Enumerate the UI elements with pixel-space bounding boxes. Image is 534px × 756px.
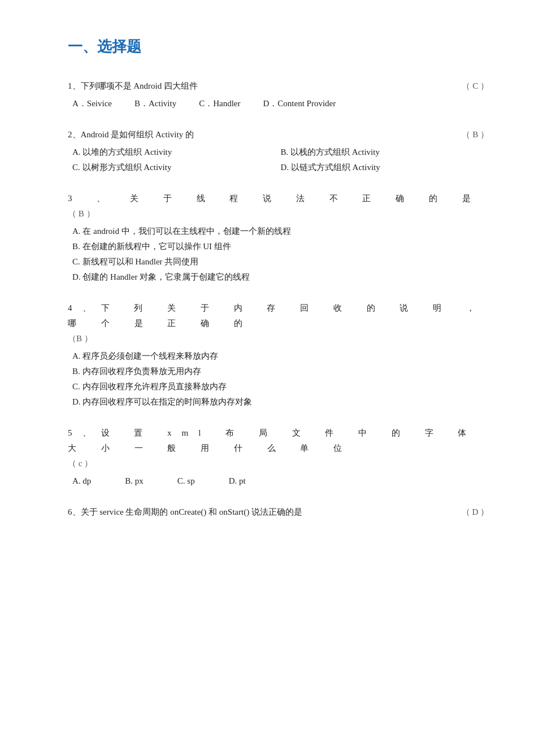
q4-answer-row: （B ） xyxy=(68,331,489,346)
question-2: 2、Android 是如何组织 Activity 的 （ B ） A. 以堆的方… xyxy=(68,127,489,175)
q6-text: 6、关于 service 生命周期的 onCreate() 和 onStart(… xyxy=(68,505,302,520)
question-6: 6、关于 service 生命周期的 onCreate() 和 onStart(… xyxy=(68,505,489,520)
q3-options: A. 在 android 中，我们可以在主线程中，创建一个新的线程 B. 在创建… xyxy=(72,224,489,285)
question-5: 5、设 置 xml 布 局 文 件 中 的 字 体 大 小 一 般 用 什 么 … xyxy=(68,425,489,489)
q5-row: 5、设 置 xml 布 局 文 件 中 的 字 体 大 小 一 般 用 什 么 … xyxy=(68,425,489,456)
q2-option-d: D. 以链式方式组织 Activity xyxy=(281,160,489,175)
q5-option-b: B. px xyxy=(125,473,144,489)
q2-text: 2、Android 是如何组织 Activity 的 xyxy=(68,127,194,142)
q2-answer: （ B ） xyxy=(462,127,489,142)
q6-row: 6、关于 service 生命周期的 onCreate() 和 onStart(… xyxy=(68,505,489,520)
q5-option-d: D. pt xyxy=(229,473,246,489)
q5-answer: （ c ） xyxy=(68,459,93,468)
q1-row: 1、下列哪项不是 Android 四大组件 （ C ） xyxy=(68,79,489,94)
section-title: 一、选择题 xyxy=(68,34,489,60)
q3-option-c: C. 新线程可以和 Handler 共同使用 xyxy=(72,254,489,270)
question-3: 3 、 关 于 线 程 说 法 不 正 确 的 是 （ B ） A. 在 and… xyxy=(68,191,489,285)
q6-answer: （ D ） xyxy=(462,505,489,520)
q2-option-c: C. 以树形方式组织 Activity xyxy=(72,160,281,175)
q1-option-a: A．Seivice xyxy=(72,96,112,111)
q2-option-a: A. 以堆的方式组织 Activity xyxy=(72,145,281,160)
q4-text: 4、下 列 关 于 内 存 回 收 的 说 明 ， 哪 个 是 正 确 的 xyxy=(68,301,489,331)
q1-option-d: D．Content Provider xyxy=(263,96,336,111)
q5-answer-row: （ c ） xyxy=(68,456,489,471)
q1-option-c: C．Handler xyxy=(199,96,240,111)
q1-option-b: B．Activity xyxy=(134,96,176,111)
q2-option-b: B. 以栈的方式组织 Activity xyxy=(281,145,489,160)
q4-answer: （B ） xyxy=(68,334,93,343)
main-container: 一、选择题 1、下列哪项不是 Android 四大组件 （ C ） A．Seiv… xyxy=(68,34,489,520)
question-1: 1、下列哪项不是 Android 四大组件 （ C ） A．Seivice B．… xyxy=(68,79,489,111)
q3-option-d: D. 创建的 Handler 对象，它隶属于创建它的线程 xyxy=(72,270,489,285)
q3-text: 3 、 关 于 线 程 说 法 不 正 确 的 是 xyxy=(68,191,481,206)
q5-text: 5、设 置 xml 布 局 文 件 中 的 字 体 大 小 一 般 用 什 么 … xyxy=(68,425,489,456)
question-4: 4、下 列 关 于 内 存 回 收 的 说 明 ， 哪 个 是 正 确 的 （B… xyxy=(68,301,489,410)
q1-answer: （ C ） xyxy=(462,79,489,94)
q3-option-b: B. 在创建的新线程中，它可以操作 UI 组件 xyxy=(72,239,489,254)
q2-options: A. 以堆的方式组织 Activity B. 以栈的方式组织 Activity … xyxy=(72,145,489,175)
q3-answer-row: （ B ） xyxy=(68,206,489,221)
q4-option-c: C. 内存回收程序允许程序员直接释放内存 xyxy=(72,379,489,394)
q4-option-d: D. 内存回收程序可以在指定的时间释放内存对象 xyxy=(72,394,489,410)
q4-option-b: B. 内存回收程序负责释放无用内存 xyxy=(72,364,489,379)
q1-options: A．Seivice B．Activity C．Handler D．Content… xyxy=(72,96,489,111)
q4-options: A. 程序员必须创建一个线程来释放内存 B. 内存回收程序负责释放无用内存 C.… xyxy=(72,349,489,410)
q4-row: 4、下 列 关 于 内 存 回 收 的 说 明 ， 哪 个 是 正 确 的 xyxy=(68,301,489,331)
q5-option-a: A. dp xyxy=(72,473,91,489)
q3-row: 3 、 关 于 线 程 说 法 不 正 确 的 是 xyxy=(68,191,489,206)
q3-answer: （ B ） xyxy=(68,206,95,221)
q5-option-c: C. sp xyxy=(177,473,195,489)
q3-option-a: A. 在 android 中，我们可以在主线程中，创建一个新的线程 xyxy=(72,224,489,239)
q5-options: A. dp B. px C. sp D. pt xyxy=(72,473,489,489)
q2-row: 2、Android 是如何组织 Activity 的 （ B ） xyxy=(68,127,489,142)
q4-option-a: A. 程序员必须创建一个线程来释放内存 xyxy=(72,349,489,364)
q1-text: 1、下列哪项不是 Android 四大组件 xyxy=(68,79,198,94)
